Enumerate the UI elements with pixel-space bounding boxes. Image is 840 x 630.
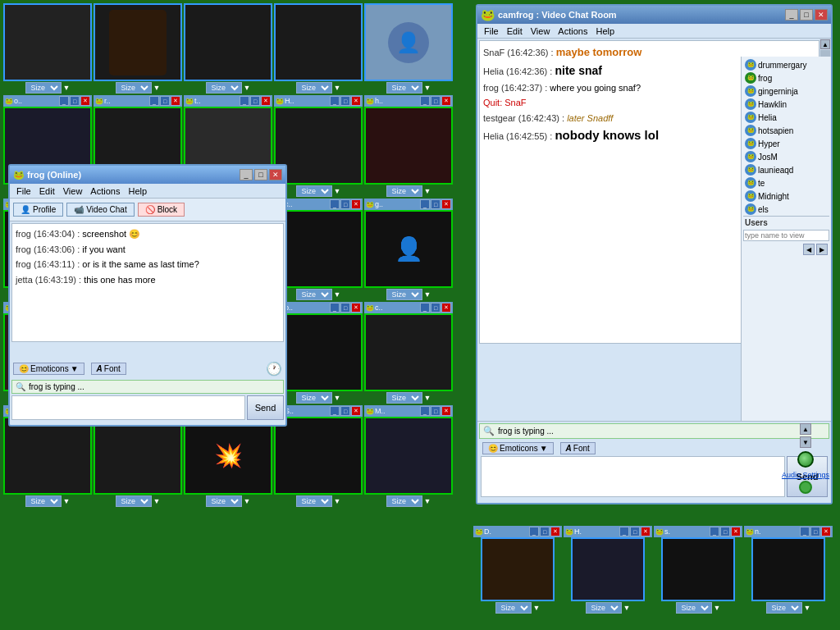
cam-btn-min-o[interactable]: _ [59, 96, 69, 106]
font-btn-main[interactable]: A Font [560, 442, 596, 454]
size-dropdown-h[interactable]: Size [386, 185, 422, 197]
cam-cls-c3[interactable]: ✕ [441, 303, 451, 313]
sd-M4[interactable]: Size [386, 495, 422, 507]
size-dropdown-g2[interactable]: Size [386, 289, 422, 300]
pmenu-edit[interactable]: Edit [36, 186, 58, 196]
cam-btn-close-r[interactable]: ✕ [171, 96, 180, 106]
minimize-button[interactable]: _ [785, 9, 798, 21]
size-dropdown-3[interactable]: Size [206, 82, 242, 94]
cam-res-M4[interactable]: □ [431, 406, 441, 416]
private-chat-input[interactable] [11, 395, 245, 420]
cam-cls-M4[interactable]: ✕ [441, 406, 451, 416]
cam-cls-b3[interactable]: ✕ [351, 303, 361, 313]
users-scroll-left[interactable]: ◀ [803, 244, 815, 255]
menu-actions[interactable]: Actions [555, 26, 591, 36]
input-scroll-up[interactable]: ▲ [800, 423, 811, 435]
cam-btn-close-o[interactable]: ✕ [80, 96, 90, 106]
audio-settings-link[interactable]: Audio Settings [782, 471, 829, 479]
profile-button[interactable]: 👤 Profile [13, 203, 63, 217]
chat-input-main[interactable] [481, 456, 785, 497]
cam-btn-min-h[interactable]: _ [420, 96, 430, 106]
cam-res-c3[interactable]: □ [431, 303, 441, 313]
sd-r4[interactable]: Size [206, 495, 242, 507]
cam-label-bar-n-bot: 🐸n. _□✕ [744, 526, 833, 537]
private-restore-button[interactable]: □ [254, 169, 267, 180]
cam-btn-restore-r[interactable]: □ [160, 96, 170, 106]
cam-min-M4[interactable]: _ [420, 406, 430, 416]
cam-btn-min-H[interactable]: _ [330, 96, 340, 106]
size-dropdown-H[interactable]: Size [296, 185, 332, 197]
user-Hawklin[interactable]: 🐸Hawklin [743, 98, 829, 111]
pmenu-view[interactable]: View [60, 186, 86, 196]
cam-min-c3[interactable]: _ [420, 303, 430, 313]
private-emoticons-btn[interactable]: 😊 Emoticons ▼ [13, 363, 84, 375]
cam-res-b3[interactable]: □ [340, 303, 350, 313]
sd-d4[interactable]: Size [25, 495, 62, 507]
cam-btn-close-h[interactable]: ✕ [441, 96, 451, 106]
cam-btn-min-r[interactable]: _ [149, 96, 159, 106]
close-button[interactable]: ✕ [815, 9, 828, 21]
private-close-button[interactable]: ✕ [269, 169, 282, 180]
private-send-button[interactable]: Send [247, 395, 284, 420]
user-te[interactable]: 🐸te [743, 176, 829, 189]
user-frog[interactable]: 🐸frog [743, 71, 829, 84]
size-dropdown-4[interactable]: Size [296, 82, 332, 94]
block-button[interactable]: 🚫 Block [138, 203, 185, 217]
private-messages[interactable]: frog (16:43:04) : screenshot 😊 frog (16:… [11, 223, 284, 342]
cam-btn-min-c2[interactable]: _ [330, 199, 340, 209]
cam-res-S4[interactable]: □ [340, 406, 350, 416]
user-hotsapien[interactable]: 🐸hotsapien [743, 124, 829, 137]
pmenu-file[interactable]: File [13, 186, 34, 196]
user-Hyper[interactable]: 🐸Hyper [743, 137, 829, 150]
audio-indicator[interactable] [799, 481, 812, 494]
sd-c3[interactable]: Size [386, 392, 422, 404]
sd-J4[interactable]: Size [116, 495, 152, 507]
pmenu-help[interactable]: Help [125, 186, 150, 196]
menu-view[interactable]: View [527, 26, 554, 36]
private-font-btn[interactable]: A Font [91, 363, 126, 375]
menu-file[interactable]: File [481, 26, 502, 36]
cam-btn-min-g2[interactable]: _ [420, 199, 430, 209]
size-dropdown-2[interactable]: Size [116, 82, 152, 94]
user-JosM[interactable]: 🐸JosM [743, 150, 829, 163]
search-users-input[interactable] [743, 230, 829, 241]
cam-btn-close-t[interactable]: ✕ [261, 96, 271, 106]
user-launieaqd[interactable]: 🐸launieaqd [743, 163, 829, 176]
cam-btn-restore-g2[interactable]: □ [431, 199, 441, 209]
user-els[interactable]: 🐸els [743, 203, 829, 216]
cam-btn-restore-o[interactable]: □ [70, 96, 80, 106]
smiley-icon-main: 😊 [488, 444, 498, 453]
user-gingerninja[interactable]: 🐸gingerninja [743, 84, 829, 98]
size-dropdown-c2[interactable]: Size [296, 289, 332, 300]
size-dropdown-1[interactable]: Size [25, 82, 62, 94]
private-minimize-button[interactable]: _ [240, 169, 253, 180]
cam-min-b3[interactable]: _ [330, 303, 340, 313]
restore-button[interactable]: □ [800, 9, 813, 21]
scroll-up-btn[interactable]: ▲ [820, 39, 830, 49]
cam-cls-S4[interactable]: ✕ [351, 406, 361, 416]
users-scroll-right[interactable]: ▶ [816, 244, 828, 255]
emoticons-btn-main[interactable]: 😊 Emoticons ▼ [482, 442, 554, 454]
user-Helia[interactable]: 🐸Helia [743, 111, 829, 124]
menu-edit[interactable]: Edit [504, 26, 526, 36]
video-chat-button[interactable]: 📹 Video Chat [66, 203, 134, 217]
input-scroll-down[interactable]: ▼ [800, 436, 811, 448]
cam-user-label-r: r.. [104, 97, 111, 105]
pmenu-actions[interactable]: Actions [87, 186, 123, 196]
cam-btn-restore-t[interactable]: □ [250, 96, 260, 106]
cam-btn-restore-H[interactable]: □ [340, 96, 350, 106]
cam-btn-close-H[interactable]: ✕ [351, 96, 361, 106]
user-drummergary[interactable]: 🐸drummergary [743, 58, 829, 71]
cam-btn-close-c2[interactable]: ✕ [351, 199, 361, 209]
menu-help[interactable]: Help [592, 26, 618, 36]
size-dropdown-5[interactable]: Size [386, 82, 422, 94]
cam-btn-close-g2[interactable]: ✕ [441, 199, 451, 209]
audio-knob[interactable] [797, 451, 814, 468]
cam-btn-min-t[interactable]: _ [240, 96, 249, 106]
sd-b3[interactable]: Size [296, 392, 332, 404]
cam-btn-restore-c2[interactable]: □ [340, 199, 350, 209]
sd-S4[interactable]: Size [296, 495, 332, 507]
cam-btn-restore-h[interactable]: □ [431, 96, 441, 106]
user-Midnight[interactable]: 🐸Midnight [743, 189, 829, 203]
cam-min-S4[interactable]: _ [330, 406, 340, 416]
